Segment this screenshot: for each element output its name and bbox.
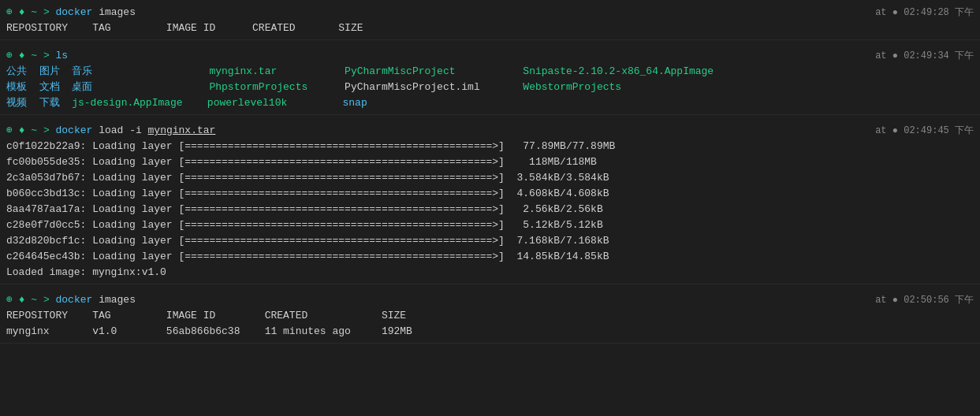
prompt-line-load: ⊕ ♦ ~ > docker load -i mynginx.tar at ● … <box>0 123 980 139</box>
load-line-5: 8aa4787aa17a: Loading layer [===========… <box>0 202 980 217</box>
load-line-4: b060cc3bd13c: Loading layer [===========… <box>0 186 980 202</box>
load-line-8: c264645ec43b: Loading layer [===========… <box>0 249 980 265</box>
terminal: ⊕ ♦ ~ > docker images at ● 02:49:28 下午 R… <box>0 0 980 416</box>
load-content-7: d32d820bcf1c: Loading layer [===========… <box>6 233 974 249</box>
timestamp-ls: at ● 02:49:34 下午 <box>869 49 974 63</box>
header-2: REPOSITORY TAG IMAGE ID CREATED SIZE <box>6 308 974 324</box>
load-line-7: d32d820bcf1c: Loading layer [===========… <box>0 233 980 249</box>
ls-row1: 公共 图片 音乐 mynginx.tar PyCharmMiscProject … <box>0 64 980 80</box>
prompt-content-1: ⊕ ♦ ~ > docker images <box>6 5 869 20</box>
block-docker-images-1: ⊕ ♦ ~ > docker images at ● 02:49:28 下午 R… <box>0 3 980 40</box>
load-content-8: c264645ec43b: Loading layer [===========… <box>6 249 974 265</box>
prompt-content-ls: ⊕ ♦ ~ > ls <box>6 48 869 64</box>
load-content-3: 2c3a053d7b67: Loading layer [===========… <box>6 170 974 186</box>
ls-row1-content: 公共 图片 音乐 mynginx.tar PyCharmMiscProject … <box>6 64 974 80</box>
load-content-5: 8aa4787aa17a: Loading layer [===========… <box>6 202 974 217</box>
load-line-1: c0f1022b22a9: Loading layer [===========… <box>0 139 980 154</box>
load-content-2: fc00b055de35: Loading layer [===========… <box>6 154 974 170</box>
loaded-image-line: Loaded image: mynginx:v1.0 <box>0 265 980 280</box>
load-content-4: b060cc3bd13c: Loading layer [===========… <box>6 186 974 202</box>
prompt-line-ls: ⊕ ♦ ~ > ls at ● 02:49:34 下午 <box>0 48 980 64</box>
ls-row2-content: 模板 文档 桌面 PhpstormProjects PyCharmMiscPro… <box>6 80 974 95</box>
image-row-content: mynginx v1.0 56ab866b6c38 11 minutes ago… <box>6 324 974 340</box>
output-line-1: REPOSITORY TAG IMAGE ID CREATED SIZE <box>0 20 980 36</box>
ls-row2: 模板 文档 桌面 PhpstormProjects PyCharmMiscPro… <box>0 80 980 95</box>
block-docker-images-2: ⊕ ♦ ~ > docker images at ● 02:50:56 下午 R… <box>0 291 980 344</box>
prompt-line-1: ⊕ ♦ ~ > docker images at ● 02:49:28 下午 <box>0 5 980 20</box>
load-content-1: c0f1022b22a9: Loading layer [===========… <box>6 139 974 154</box>
block-ls: ⊕ ♦ ~ > ls at ● 02:49:34 下午 公共 图片 音乐 myn… <box>0 46 980 115</box>
prompt-line-2: ⊕ ♦ ~ > docker images at ● 02:50:56 下午 <box>0 292 980 308</box>
ls-row3-content: 视频 下载 js-design.AppImage powerlevel10k s… <box>6 95 974 111</box>
load-content-6: c28e0f7d0cc5: Loading layer [===========… <box>6 217 974 233</box>
load-line-6: c28e0f7d0cc5: Loading layer [===========… <box>0 217 980 233</box>
timestamp-2: at ● 02:50:56 下午 <box>869 293 974 307</box>
block-docker-load: ⊕ ♦ ~ > docker load -i mynginx.tar at ● … <box>0 121 980 284</box>
header-1: REPOSITORY TAG IMAGE ID CREATED SIZE <box>6 20 974 36</box>
load-line-3: 2c3a053d7b67: Loading layer [===========… <box>0 170 980 186</box>
ls-row3: 视频 下载 js-design.AppImage powerlevel10k s… <box>0 95 980 111</box>
output-header-2: REPOSITORY TAG IMAGE ID CREATED SIZE <box>0 308 980 324</box>
prompt-content-2: ⊕ ♦ ~ > docker images <box>6 292 869 308</box>
timestamp-1: at ● 02:49:28 下午 <box>869 6 974 20</box>
image-row-mynginx: mynginx v1.0 56ab866b6c38 11 minutes ago… <box>0 324 980 340</box>
prompt-content-load: ⊕ ♦ ~ > docker load -i mynginx.tar <box>6 123 869 139</box>
load-line-2: fc00b055de35: Loading layer [===========… <box>0 154 980 170</box>
timestamp-load: at ● 02:49:45 下午 <box>869 124 974 138</box>
loaded-image-content: Loaded image: mynginx:v1.0 <box>6 265 974 280</box>
